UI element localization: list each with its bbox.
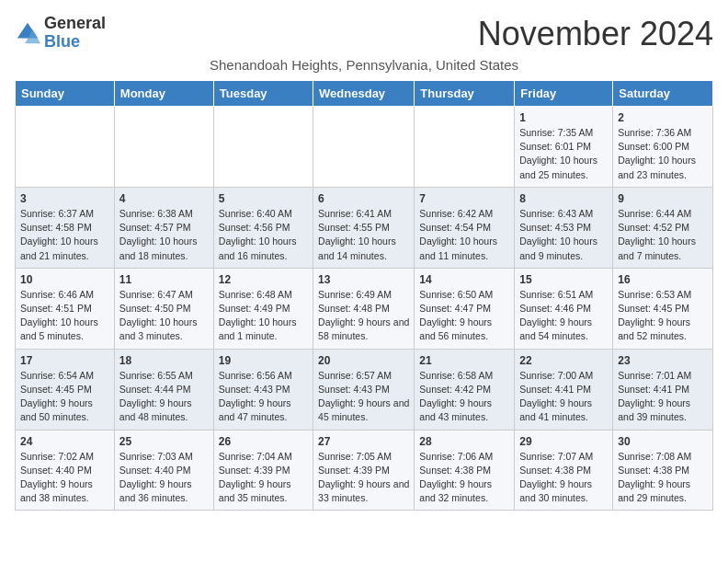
day-number: 22 — [519, 354, 608, 367]
day-cell: 1Sunrise: 7:35 AM Sunset: 6:01 PM Daylig… — [515, 107, 613, 188]
day-cell: 28Sunrise: 7:06 AM Sunset: 4:38 PM Dayli… — [415, 430, 515, 511]
day-cell — [114, 107, 213, 188]
location-title: Shenandoah Heights, Pennsylvania, United… — [15, 57, 713, 73]
day-info: Sunrise: 7:03 AM Sunset: 4:40 PM Dayligh… — [119, 450, 209, 506]
day-number: 14 — [419, 273, 509, 286]
header-cell-wednesday: Wednesday — [313, 81, 415, 107]
header-cell-monday: Monday — [114, 81, 213, 107]
header-cell-tuesday: Tuesday — [213, 81, 313, 107]
day-info: Sunrise: 6:37 AM Sunset: 4:58 PM Dayligh… — [20, 207, 109, 263]
logo: General Blue — [15, 15, 106, 52]
day-cell: 26Sunrise: 7:04 AM Sunset: 4:39 PM Dayli… — [213, 430, 313, 511]
day-number: 16 — [618, 273, 708, 286]
logo-text: General Blue — [44, 15, 106, 52]
page-header: General Blue November 2024 — [15, 15, 713, 53]
week-row-3: 10Sunrise: 6:46 AM Sunset: 4:51 PM Dayli… — [16, 268, 713, 349]
day-cell: 22Sunrise: 7:00 AM Sunset: 4:41 PM Dayli… — [515, 349, 613, 430]
day-info: Sunrise: 7:35 AM Sunset: 6:01 PM Dayligh… — [519, 126, 608, 182]
day-info: Sunrise: 7:04 AM Sunset: 4:39 PM Dayligh… — [219, 450, 308, 506]
day-info: Sunrise: 6:46 AM Sunset: 4:51 PM Dayligh… — [20, 288, 109, 344]
day-number: 30 — [618, 435, 708, 448]
day-cell: 15Sunrise: 6:51 AM Sunset: 4:46 PM Dayli… — [515, 268, 613, 349]
day-cell: 17Sunrise: 6:54 AM Sunset: 4:45 PM Dayli… — [16, 349, 115, 430]
day-info: Sunrise: 6:56 AM Sunset: 4:43 PM Dayligh… — [219, 369, 308, 425]
day-cell — [313, 107, 415, 188]
day-info: Sunrise: 6:41 AM Sunset: 4:55 PM Dayligh… — [318, 207, 409, 263]
day-number: 13 — [318, 273, 409, 286]
title-area: November 2024 — [478, 15, 713, 53]
day-number: 29 — [519, 435, 608, 448]
day-cell: 30Sunrise: 7:08 AM Sunset: 4:38 PM Dayli… — [613, 430, 713, 511]
day-cell — [415, 107, 515, 188]
day-number: 5 — [219, 192, 308, 205]
day-info: Sunrise: 7:07 AM Sunset: 4:38 PM Dayligh… — [519, 450, 608, 506]
day-cell: 20Sunrise: 6:57 AM Sunset: 4:43 PM Dayli… — [313, 349, 415, 430]
day-cell: 3Sunrise: 6:37 AM Sunset: 4:58 PM Daylig… — [16, 187, 115, 268]
calendar-table: SundayMondayTuesdayWednesdayThursdayFrid… — [15, 80, 713, 511]
day-cell — [16, 107, 115, 188]
day-number: 15 — [519, 273, 608, 286]
day-info: Sunrise: 7:05 AM Sunset: 4:39 PM Dayligh… — [318, 450, 409, 506]
day-info: Sunrise: 7:02 AM Sunset: 4:40 PM Dayligh… — [20, 450, 109, 506]
day-number: 27 — [318, 435, 409, 448]
day-number: 18 — [119, 354, 209, 367]
header-cell-thursday: Thursday — [415, 81, 515, 107]
day-info: Sunrise: 6:51 AM Sunset: 4:46 PM Dayligh… — [519, 288, 608, 344]
header-row: SundayMondayTuesdayWednesdayThursdayFrid… — [16, 81, 713, 107]
day-cell: 13Sunrise: 6:49 AM Sunset: 4:48 PM Dayli… — [313, 268, 415, 349]
day-number: 11 — [119, 273, 209, 286]
day-cell: 25Sunrise: 7:03 AM Sunset: 4:40 PM Dayli… — [114, 430, 213, 511]
day-cell: 16Sunrise: 6:53 AM Sunset: 4:45 PM Dayli… — [613, 268, 713, 349]
day-cell: 23Sunrise: 7:01 AM Sunset: 4:41 PM Dayli… — [613, 349, 713, 430]
week-row-4: 17Sunrise: 6:54 AM Sunset: 4:45 PM Dayli… — [16, 349, 713, 430]
day-info: Sunrise: 6:47 AM Sunset: 4:50 PM Dayligh… — [119, 288, 209, 344]
logo-icon — [15, 20, 40, 46]
day-cell — [213, 107, 313, 188]
day-number: 21 — [419, 354, 509, 367]
week-row-5: 24Sunrise: 7:02 AM Sunset: 4:40 PM Dayli… — [16, 430, 713, 511]
day-info: Sunrise: 6:55 AM Sunset: 4:44 PM Dayligh… — [119, 369, 209, 425]
day-number: 1 — [519, 111, 608, 124]
day-info: Sunrise: 6:43 AM Sunset: 4:53 PM Dayligh… — [519, 207, 608, 263]
day-cell: 2Sunrise: 7:36 AM Sunset: 6:00 PM Daylig… — [613, 107, 713, 188]
day-number: 19 — [219, 354, 308, 367]
day-number: 9 — [618, 192, 708, 205]
day-info: Sunrise: 6:50 AM Sunset: 4:47 PM Dayligh… — [419, 288, 509, 344]
day-info: Sunrise: 7:00 AM Sunset: 4:41 PM Dayligh… — [519, 369, 608, 425]
day-number: 2 — [618, 111, 708, 124]
day-info: Sunrise: 7:36 AM Sunset: 6:00 PM Dayligh… — [618, 126, 708, 182]
day-cell: 8Sunrise: 6:43 AM Sunset: 4:53 PM Daylig… — [515, 187, 613, 268]
day-cell: 6Sunrise: 6:41 AM Sunset: 4:55 PM Daylig… — [313, 187, 415, 268]
day-info: Sunrise: 7:01 AM Sunset: 4:41 PM Dayligh… — [618, 369, 708, 425]
header-cell-friday: Friday — [515, 81, 613, 107]
day-cell: 4Sunrise: 6:38 AM Sunset: 4:57 PM Daylig… — [114, 187, 213, 268]
day-number: 20 — [318, 354, 409, 367]
day-number: 25 — [119, 435, 209, 448]
day-number: 10 — [20, 273, 109, 286]
day-cell: 19Sunrise: 6:56 AM Sunset: 4:43 PM Dayli… — [213, 349, 313, 430]
day-info: Sunrise: 7:06 AM Sunset: 4:38 PM Dayligh… — [419, 450, 509, 506]
day-info: Sunrise: 6:54 AM Sunset: 4:45 PM Dayligh… — [20, 369, 109, 425]
day-number: 3 — [20, 192, 109, 205]
day-cell: 24Sunrise: 7:02 AM Sunset: 4:40 PM Dayli… — [16, 430, 115, 511]
day-info: Sunrise: 6:40 AM Sunset: 4:56 PM Dayligh… — [219, 207, 308, 263]
header-cell-sunday: Sunday — [16, 81, 115, 107]
day-number: 7 — [419, 192, 509, 205]
day-cell: 9Sunrise: 6:44 AM Sunset: 4:52 PM Daylig… — [613, 187, 713, 268]
day-info: Sunrise: 7:08 AM Sunset: 4:38 PM Dayligh… — [618, 450, 708, 506]
day-number: 17 — [20, 354, 109, 367]
day-cell: 12Sunrise: 6:48 AM Sunset: 4:49 PM Dayli… — [213, 268, 313, 349]
day-info: Sunrise: 6:38 AM Sunset: 4:57 PM Dayligh… — [119, 207, 209, 263]
day-info: Sunrise: 6:48 AM Sunset: 4:49 PM Dayligh… — [219, 288, 308, 344]
day-info: Sunrise: 6:44 AM Sunset: 4:52 PM Dayligh… — [618, 207, 708, 263]
day-cell: 18Sunrise: 6:55 AM Sunset: 4:44 PM Dayli… — [114, 349, 213, 430]
day-info: Sunrise: 6:57 AM Sunset: 4:43 PM Dayligh… — [318, 369, 409, 425]
day-number: 8 — [519, 192, 608, 205]
month-title: November 2024 — [478, 15, 713, 53]
day-number: 6 — [318, 192, 409, 205]
day-cell: 10Sunrise: 6:46 AM Sunset: 4:51 PM Dayli… — [16, 268, 115, 349]
day-info: Sunrise: 6:49 AM Sunset: 4:48 PM Dayligh… — [318, 288, 409, 344]
day-number: 24 — [20, 435, 109, 448]
day-number: 23 — [618, 354, 708, 367]
header-cell-saturday: Saturday — [613, 81, 713, 107]
